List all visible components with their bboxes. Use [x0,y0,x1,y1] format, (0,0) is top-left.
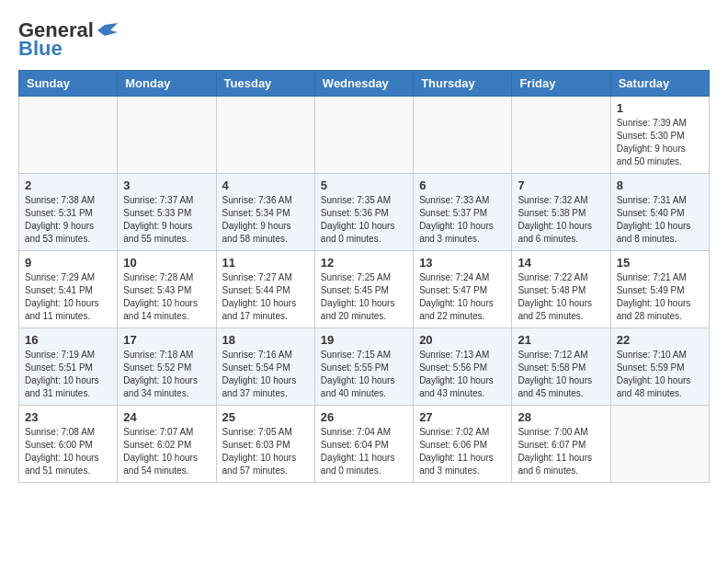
calendar-day: 16Sunrise: 7:19 AM Sunset: 5:51 PM Dayli… [19,328,118,406]
day-number: 4 [222,178,309,192]
calendar-day: 19Sunrise: 7:15 AM Sunset: 5:55 PM Dayli… [314,328,413,406]
day-info: Sunrise: 7:38 AM Sunset: 5:31 PM Dayligh… [25,194,111,246]
day-number: 9 [25,256,111,270]
day-info: Sunrise: 7:10 AM Sunset: 5:59 PM Dayligh… [617,349,703,400]
calendar-week-1: 1Sunrise: 7:39 AM Sunset: 5:30 PM Daylig… [19,97,710,174]
logo-blue-text: Blue [18,37,63,61]
calendar-day: 18Sunrise: 7:16 AM Sunset: 5:54 PM Dayli… [216,328,314,406]
day-info: Sunrise: 7:25 AM Sunset: 5:45 PM Dayligh… [321,271,407,323]
logo-bird-icon [97,23,118,38]
day-info: Sunrise: 7:12 AM Sunset: 5:58 PM Dayligh… [518,349,604,400]
calendar-day: 2Sunrise: 7:38 AM Sunset: 5:31 PM Daylig… [19,174,118,251]
calendar-week-3: 9Sunrise: 7:29 AM Sunset: 5:41 PM Daylig… [19,251,710,328]
logo: General Blue [18,18,118,61]
calendar-day: 7Sunrise: 7:32 AM Sunset: 5:38 PM Daylig… [512,174,610,251]
calendar-day: 14Sunrise: 7:22 AM Sunset: 5:48 PM Dayli… [512,251,610,328]
day-number: 6 [419,178,506,192]
day-info: Sunrise: 7:18 AM Sunset: 5:52 PM Dayligh… [123,349,210,400]
day-number: 8 [617,178,703,192]
calendar-day: 20Sunrise: 7:13 AM Sunset: 5:56 PM Dayli… [414,328,512,406]
day-info: Sunrise: 7:28 AM Sunset: 5:43 PM Dayligh… [123,271,210,323]
svg-marker-0 [97,23,118,36]
day-number: 26 [321,410,407,424]
day-info: Sunrise: 7:02 AM Sunset: 6:06 PM Dayligh… [419,426,506,477]
day-info: Sunrise: 7:27 AM Sunset: 5:44 PM Dayligh… [222,271,309,323]
day-number: 14 [518,256,604,270]
day-info: Sunrise: 7:07 AM Sunset: 6:02 PM Dayligh… [123,426,210,477]
day-info: Sunrise: 7:24 AM Sunset: 5:47 PM Dayligh… [419,271,506,323]
calendar-day: 1Sunrise: 7:39 AM Sunset: 5:30 PM Daylig… [610,97,709,174]
calendar-day [512,97,610,174]
day-number: 1 [617,101,703,115]
calendar-day: 22Sunrise: 7:10 AM Sunset: 5:59 PM Dayli… [610,328,709,406]
calendar-day [610,406,709,483]
col-header-monday: Monday [118,71,216,97]
calendar-day: 6Sunrise: 7:33 AM Sunset: 5:37 PM Daylig… [414,174,512,251]
col-header-saturday: Saturday [610,71,709,97]
day-number: 12 [321,256,407,270]
calendar-day: 9Sunrise: 7:29 AM Sunset: 5:41 PM Daylig… [19,251,118,328]
calendar: SundayMondayTuesdayWednesdayThursdayFrid… [18,70,710,483]
day-number: 18 [222,333,309,347]
col-header-tuesday: Tuesday [216,71,314,97]
day-info: Sunrise: 7:16 AM Sunset: 5:54 PM Dayligh… [222,349,309,400]
day-info: Sunrise: 7:32 AM Sunset: 5:38 PM Dayligh… [518,194,604,246]
calendar-day: 28Sunrise: 7:00 AM Sunset: 6:07 PM Dayli… [512,406,610,483]
day-info: Sunrise: 7:13 AM Sunset: 5:56 PM Dayligh… [419,349,506,400]
day-info: Sunrise: 7:37 AM Sunset: 5:33 PM Dayligh… [123,194,210,246]
day-number: 13 [419,256,506,270]
day-number: 3 [123,178,210,192]
day-info: Sunrise: 7:21 AM Sunset: 5:49 PM Dayligh… [617,271,703,323]
day-number: 5 [321,178,407,192]
day-info: Sunrise: 7:08 AM Sunset: 6:00 PM Dayligh… [25,426,111,477]
calendar-week-5: 23Sunrise: 7:08 AM Sunset: 6:00 PM Dayli… [19,406,710,483]
calendar-day: 25Sunrise: 7:05 AM Sunset: 6:03 PM Dayli… [216,406,314,483]
day-info: Sunrise: 7:33 AM Sunset: 5:37 PM Dayligh… [419,194,506,246]
day-info: Sunrise: 7:05 AM Sunset: 6:03 PM Dayligh… [222,426,309,477]
calendar-day: 5Sunrise: 7:35 AM Sunset: 5:36 PM Daylig… [314,174,413,251]
day-info: Sunrise: 7:36 AM Sunset: 5:34 PM Dayligh… [222,194,309,246]
calendar-day: 27Sunrise: 7:02 AM Sunset: 6:06 PM Dayli… [414,406,512,483]
calendar-day [19,97,118,174]
calendar-week-2: 2Sunrise: 7:38 AM Sunset: 5:31 PM Daylig… [19,174,710,251]
day-info: Sunrise: 7:00 AM Sunset: 6:07 PM Dayligh… [518,426,604,477]
col-header-sunday: Sunday [19,71,118,97]
day-number: 2 [25,178,111,192]
day-info: Sunrise: 7:19 AM Sunset: 5:51 PM Dayligh… [25,349,111,400]
day-number: 17 [123,333,210,347]
calendar-day [314,97,413,174]
calendar-day: 11Sunrise: 7:27 AM Sunset: 5:44 PM Dayli… [216,251,314,328]
day-number: 23 [25,410,111,424]
day-number: 22 [617,333,703,347]
col-header-friday: Friday [512,71,610,97]
day-info: Sunrise: 7:04 AM Sunset: 6:04 PM Dayligh… [321,426,407,477]
day-number: 19 [321,333,407,347]
calendar-day: 4Sunrise: 7:36 AM Sunset: 5:34 PM Daylig… [216,174,314,251]
day-number: 10 [123,256,210,270]
col-header-wednesday: Wednesday [314,71,413,97]
day-info: Sunrise: 7:35 AM Sunset: 5:36 PM Dayligh… [321,194,407,246]
day-info: Sunrise: 7:22 AM Sunset: 5:48 PM Dayligh… [518,271,604,323]
day-number: 21 [518,333,604,347]
calendar-day [216,97,314,174]
calendar-day: 8Sunrise: 7:31 AM Sunset: 5:40 PM Daylig… [610,174,709,251]
calendar-day [414,97,512,174]
calendar-day: 12Sunrise: 7:25 AM Sunset: 5:45 PM Dayli… [314,251,413,328]
day-number: 20 [419,333,506,347]
day-number: 24 [123,410,210,424]
day-number: 16 [25,333,111,347]
day-number: 11 [222,256,309,270]
day-number: 28 [518,410,604,424]
col-header-thursday: Thursday [414,71,512,97]
day-info: Sunrise: 7:29 AM Sunset: 5:41 PM Dayligh… [25,271,111,323]
day-number: 27 [419,410,506,424]
calendar-day: 13Sunrise: 7:24 AM Sunset: 5:47 PM Dayli… [414,251,512,328]
calendar-day: 15Sunrise: 7:21 AM Sunset: 5:49 PM Dayli… [610,251,709,328]
calendar-day: 10Sunrise: 7:28 AM Sunset: 5:43 PM Dayli… [118,251,216,328]
calendar-header-row: SundayMondayTuesdayWednesdayThursdayFrid… [19,71,710,97]
calendar-day: 21Sunrise: 7:12 AM Sunset: 5:58 PM Dayli… [512,328,610,406]
header: General Blue [18,18,710,61]
calendar-day: 17Sunrise: 7:18 AM Sunset: 5:52 PM Dayli… [118,328,216,406]
day-number: 15 [617,256,703,270]
day-number: 7 [518,178,604,192]
